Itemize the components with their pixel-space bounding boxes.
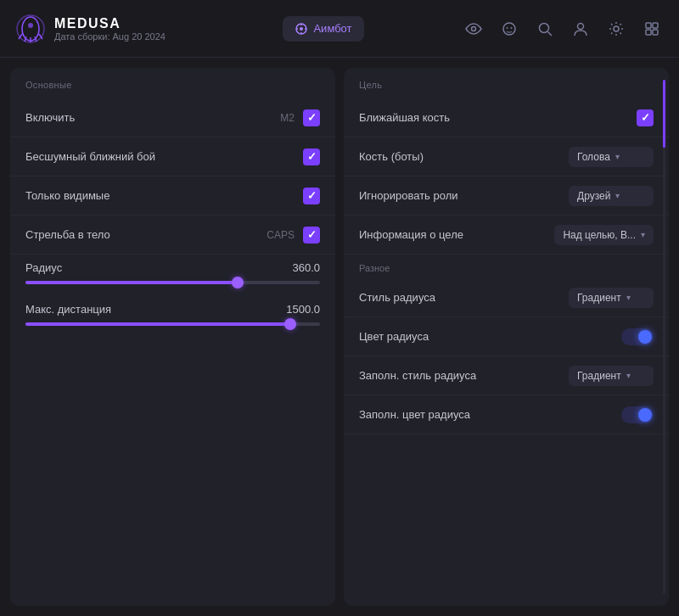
slider-radius-label: Радиус [25,261,62,274]
grid-icon [643,20,660,37]
section-misc-title: Разное [344,258,669,278]
chevron-down-icon-3: ▾ [641,230,645,239]
svg-point-15 [503,23,515,35]
dropdown-fill-radius-style[interactable]: Градиент ▾ [569,366,654,386]
slider-maxdist-track[interactable] [25,322,320,326]
main-content: Основные Включить M2 Бесшумный ближний б… [0,58,679,616]
aimbot-icon [295,22,308,36]
svg-point-9 [300,27,303,31]
toggle-fill-radius-color-knob [638,408,652,422]
eye-icon-btn[interactable] [462,17,485,41]
slider-maxdist-thumb[interactable] [284,318,296,330]
row-radius-style: Стиль радиуса Градиент ▾ [344,278,669,317]
dropdown-bone-bots[interactable]: Голова ▾ [569,147,654,167]
chevron-down-icon: ▾ [615,152,620,161]
chevron-down-icon-2: ▾ [615,191,620,200]
row-radius-color-label: Цвет радиуса [359,330,621,343]
svg-point-18 [540,23,549,32]
nav-icons [462,17,664,41]
dropdown-radius-style[interactable]: Градиент ▾ [569,288,654,308]
svg-point-20 [578,23,584,29]
row-target-info: Информация о целе Над целью, В... ▾ [344,216,669,255]
svg-point-16 [507,27,508,29]
svg-rect-23 [653,23,658,28]
slider-maxdist-container: Макс. дистанция 1500.0 [10,296,335,338]
person-icon-btn[interactable] [569,17,592,41]
dropdown-bone-bots-value: Голова [577,151,610,163]
slider-maxdist-fill [25,322,290,326]
checkbox-silent-melee[interactable] [303,148,320,165]
row-bone-bots-label: Кость (боты) [359,150,569,163]
scrollbar-thumb[interactable] [663,80,665,148]
row-enable-hint: M2 [280,112,295,124]
scrollbar[interactable] [663,80,665,594]
toggle-fill-radius-color[interactable] [621,406,654,423]
tab-aimbot[interactable]: Аимбот [283,16,363,42]
face-icon [501,20,518,37]
search-icon [536,20,553,37]
svg-rect-22 [646,23,651,28]
person-icon [572,20,589,37]
slider-radius-thumb[interactable] [232,277,244,288]
logo-text: MEDUSA Дата сборки: Aug 20 2024 [54,16,166,42]
row-silent-melee-label: Бесшумный ближний бой [25,150,303,163]
dropdown-target-info-value: Над целью, В... [563,229,636,241]
row-target-info-label: Информация о целе [359,228,554,241]
gear-icon-btn[interactable] [604,17,628,41]
face-icon-btn[interactable] [497,17,521,41]
slider-radius-fill [25,281,238,284]
row-ignore-roles: Игнорировать роли Друзей ▾ [344,176,669,216]
checkbox-nearest-bone[interactable] [637,109,654,126]
chevron-down-icon-5: ▾ [626,371,631,380]
row-enable: Включить M2 [10,98,335,137]
row-body-shot-label: Стрельба в тело [25,228,267,241]
row-fill-radius-color-label: Заполн. цвет радиуса [359,408,621,421]
row-fill-radius-color: Заполн. цвет радиуса [344,395,669,434]
row-nearest-bone-label: Ближайшая кость [359,111,637,124]
row-fill-radius-style-label: Заполн. стиль радиуса [359,369,569,382]
row-radius-color: Цвет радиуса [344,317,669,356]
svg-line-19 [548,31,553,36]
toggle-radius-color-knob [638,330,652,344]
gear-icon [608,20,625,37]
svg-rect-25 [653,30,658,35]
row-silent-melee: Бесшумный ближний бой [10,137,335,176]
svg-point-17 [511,27,513,29]
right-panel-title: Цель [344,80,669,98]
dropdown-ignore-roles-value: Друзей [577,190,610,202]
row-nearest-bone: Ближайшая кость [344,98,669,137]
right-panel: Цель Ближайшая кость Кость (боты) Голова… [344,68,669,606]
svg-point-1 [22,17,39,41]
row-visible-only: Только видимые [10,176,335,216]
slider-maxdist-value: 1500.0 [286,303,320,316]
row-enable-label: Включить [25,111,280,124]
chevron-down-icon-4: ▾ [626,293,631,302]
checkbox-enable[interactable] [303,109,320,126]
grid-icon-btn[interactable] [640,17,664,41]
row-fill-radius-style: Заполн. стиль радиуса Градиент ▾ [344,356,669,395]
svg-point-21 [614,26,619,31]
slider-radius-track[interactable] [25,281,320,284]
row-body-shot-hint: CAPS [267,229,295,241]
svg-rect-24 [646,30,651,35]
row-visible-only-label: Только видимые [25,189,303,202]
toggle-radius-color[interactable] [621,328,654,345]
eye-icon [465,20,482,37]
search-icon-btn[interactable] [533,17,557,41]
dropdown-ignore-roles[interactable]: Друзей ▾ [569,186,654,206]
slider-radius-value: 360.0 [292,261,320,274]
logo-icon [15,14,46,44]
slider-maxdist-label: Макс. дистанция [25,303,111,316]
left-panel: Основные Включить M2 Бесшумный ближний б… [10,68,335,606]
slider-radius-container: Радиус 360.0 [10,255,335,296]
build-date: Дата сборки: Aug 20 2024 [54,31,166,42]
row-radius-style-label: Стиль радиуса [359,291,569,304]
checkbox-body-shot[interactable] [303,227,320,244]
logo-area: MEDUSA Дата сборки: Aug 20 2024 [15,14,185,44]
dropdown-target-info[interactable]: Над целью, В... ▾ [554,225,654,245]
row-bone-bots: Кость (боты) Голова ▾ [344,137,669,176]
checkbox-visible-only[interactable] [303,188,320,204]
row-body-shot: Стрельба в тело CAPS [10,216,335,255]
dropdown-fill-radius-style-value: Градиент [577,370,621,382]
nav-tabs: Аимбот [185,16,462,42]
